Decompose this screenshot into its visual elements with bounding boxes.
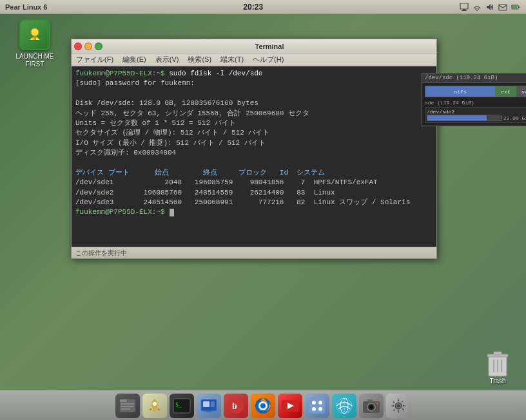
svg-rect-8 bbox=[512, 6, 517, 8]
svg-rect-10 bbox=[34, 36, 36, 40]
partition-swap: sw bbox=[516, 86, 526, 97]
disk-panel-title: /dev/sdc (119.24 GiB) bbox=[422, 73, 526, 83]
svg-rect-18 bbox=[120, 399, 127, 402]
dock-rocket[interactable] bbox=[142, 394, 167, 418]
svg-rect-0 bbox=[460, 3, 468, 9]
dock-files[interactable] bbox=[115, 394, 140, 418]
svg-point-40 bbox=[318, 407, 322, 411]
svg-rect-28 bbox=[206, 411, 212, 412]
terminal-line-2: [sudo] password for fuukemn: bbox=[75, 79, 433, 88]
drive-sdn2-bar-fill bbox=[427, 115, 487, 120]
dock-network[interactable] bbox=[332, 394, 356, 418]
svg-rect-27 bbox=[211, 401, 215, 407]
dock-camera[interactable] bbox=[359, 394, 384, 418]
terminal-header-row: デバイス ブート 始点 終点 ブロック Id システム bbox=[75, 168, 433, 178]
terminal-line-1: fuukemn@P7P55D-ELX:~$ sudo fdisk -l /dev… bbox=[75, 69, 433, 79]
partition-ntfs: ntfs bbox=[425, 86, 495, 97]
dock-vm[interactable] bbox=[197, 394, 221, 418]
menu-file[interactable]: ファイル(F) bbox=[74, 55, 115, 64]
svg-point-3 bbox=[476, 10, 478, 11]
terminal-dev3: /dev/sde3 248514560 250068991 777216 82 … bbox=[75, 198, 433, 207]
partition-bar: ntfs ext sw bbox=[425, 86, 526, 97]
terminal-line-9: ディスク識別子: 0x00034804 bbox=[75, 148, 433, 158]
svg-rect-20 bbox=[121, 406, 134, 407]
trash-label: Trash bbox=[489, 377, 505, 385]
svg-text:b: b bbox=[232, 401, 237, 411]
taskbar-top: Pear Linux 6 20:23 bbox=[0, 0, 526, 14]
svg-rect-2 bbox=[462, 10, 467, 11]
terminal-line-7: セクタサイズ (論理 / 物理): 512 バイト / 512 バイト bbox=[75, 128, 433, 138]
disk-info-panel: /dev/sdc (119.24 GiB) ntfs ext sw sde (1… bbox=[422, 73, 526, 126]
svg-rect-36 bbox=[309, 398, 325, 414]
dock-install[interactable]: b bbox=[224, 394, 248, 418]
svg-rect-46 bbox=[367, 399, 373, 402]
svg-rect-13 bbox=[494, 352, 502, 355]
partition-ext: ext bbox=[495, 86, 516, 97]
terminal-title: Terminal bbox=[105, 43, 434, 50]
battery-tray-icon[interactable] bbox=[511, 2, 521, 12]
svg-point-50 bbox=[397, 405, 400, 407]
terminal-line-8: I/O サイズ (最小 / 推奨): 512 バイト / 512 バイト bbox=[75, 138, 433, 148]
dock-media[interactable] bbox=[278, 394, 302, 418]
svg-point-47 bbox=[376, 402, 378, 404]
menu-terminal[interactable]: 端末(T) bbox=[219, 55, 246, 64]
drive-sdn2-row: /dev/sdn2 23.00 GiB bbox=[425, 107, 526, 123]
dock-appstore[interactable] bbox=[305, 394, 329, 418]
terminal-dev2: /dev/sde2 196085760 248514559 26214400 8… bbox=[75, 188, 433, 198]
partition-label-sde: sde (119.24 GiB) bbox=[425, 100, 526, 106]
mail-tray-icon[interactable] bbox=[498, 2, 508, 12]
launch-me-first-icon[interactable]: LAUNCH ME FIRST bbox=[9, 19, 61, 68]
screen-tray-icon[interactable] bbox=[459, 2, 469, 12]
drive-sdn2-label: /dev/sdn2 bbox=[427, 109, 526, 115]
terminal-line-6: Units = セクタ数 of 1 * 512 = 512 バイト bbox=[75, 119, 433, 128]
launch-me-first-image bbox=[19, 19, 50, 50]
svg-rect-26 bbox=[203, 401, 209, 407]
clock: 20:23 bbox=[243, 3, 263, 12]
dock-settings[interactable] bbox=[386, 394, 411, 418]
svg-rect-19 bbox=[121, 403, 134, 405]
minimize-button[interactable] bbox=[84, 43, 92, 50]
svg-rect-1 bbox=[463, 9, 465, 10]
close-button[interactable] bbox=[74, 43, 82, 50]
drive-sdn2-size: 23.00 GiB bbox=[503, 115, 526, 121]
drive-sdn2-bar-bg bbox=[427, 115, 502, 121]
menu-search[interactable]: 検索(S) bbox=[186, 55, 213, 64]
svg-point-22 bbox=[153, 402, 157, 406]
svg-marker-4 bbox=[487, 4, 491, 10]
desktop: Pear Linux 6 20:23 bbox=[0, 0, 526, 420]
terminal-titlebar: Terminal bbox=[72, 39, 436, 53]
terminal-menubar: ファイル(F) 編集(E) 表示(V) 検索(S) 端末(T) ヘルプ(H) bbox=[72, 53, 436, 66]
drive-sdn2-bar-row: 23.00 GiB bbox=[427, 115, 526, 121]
terminal-line-5: ヘッド 255, セクタ 63, シリンダ 15566, 合計 25006968… bbox=[75, 109, 433, 119]
svg-rect-21 bbox=[121, 408, 130, 410]
audio-tray-icon[interactable] bbox=[485, 2, 495, 12]
terminal-line-10 bbox=[75, 158, 433, 168]
svg-point-33 bbox=[260, 403, 266, 408]
terminal-statusbar: この操作を実行中 bbox=[72, 247, 436, 258]
terminal-window: Terminal ファイル(F) 編集(E) 表示(V) 検索(S) 端末(T)… bbox=[71, 39, 437, 259]
svg-point-9 bbox=[31, 28, 39, 36]
menu-edit[interactable]: 編集(E) bbox=[121, 55, 148, 64]
terminal-body[interactable]: fuukemn@P7P55D-ELX:~$ sudo fdisk -l /dev… bbox=[72, 66, 436, 247]
terminal-line-4: Disk /dev/sde: 128.0 GB, 128035676160 by… bbox=[75, 99, 433, 108]
menu-view[interactable]: 表示(V) bbox=[153, 55, 181, 64]
svg-point-45 bbox=[369, 405, 373, 409]
launch-me-first-label: LAUNCH ME FIRST bbox=[9, 53, 61, 68]
maximize-button[interactable] bbox=[95, 43, 102, 50]
status-text: この操作を実行中 bbox=[75, 249, 127, 258]
svg-text:$_: $_ bbox=[175, 402, 182, 408]
svg-point-38 bbox=[318, 401, 322, 405]
disk-partition-view: ntfs ext sw sde (119.24 GiB) /dev/sdn2 bbox=[422, 83, 526, 126]
menu-help[interactable]: ヘルプ(H) bbox=[251, 55, 286, 64]
network-tray-icon[interactable] bbox=[472, 2, 482, 12]
terminal-line-3 bbox=[75, 89, 433, 99]
dock-terminal-icon[interactable]: $_ bbox=[170, 394, 194, 418]
terminal-prompt2: fuukemn@P7P55D-ELX:~$ bbox=[75, 207, 433, 217]
dock: $_ b bbox=[0, 390, 526, 420]
svg-rect-7 bbox=[518, 6, 520, 8]
os-name: Pear Linux 6 bbox=[5, 3, 47, 11]
dock-firefox[interactable] bbox=[251, 394, 275, 418]
svg-point-37 bbox=[312, 401, 316, 405]
trash-icon[interactable]: Trash bbox=[478, 349, 517, 385]
trash-image bbox=[485, 349, 511, 377]
